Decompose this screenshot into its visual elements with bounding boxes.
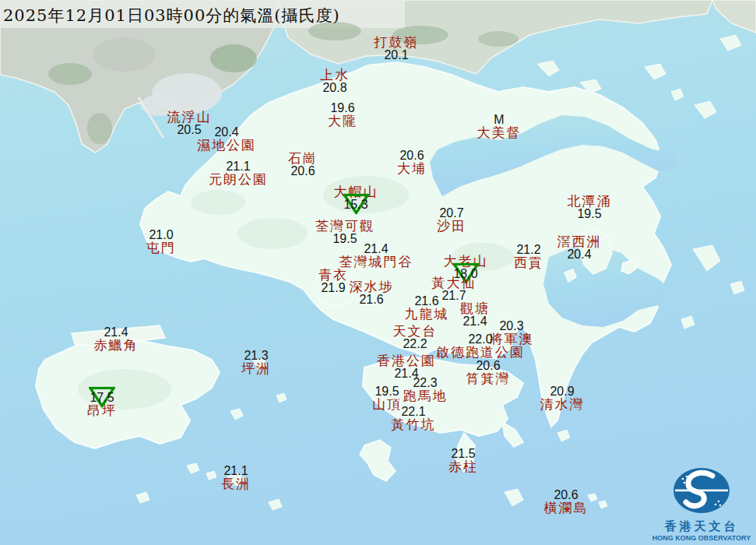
station-value: 22.3 [403,377,448,389]
station-value: 21.3 [241,350,271,362]
station-value: 21.5 [448,448,478,460]
station-name-label: 青衣 [318,269,348,282]
station-value: 20.7 [437,207,466,220]
station-value: 20.4 [197,126,256,139]
page-title: 2025年12月01日03時00分的氣溫(攝氏度) [3,5,340,26]
station-name-label: 橫瀾島 [544,501,589,515]
station: 21.0屯門 [146,229,176,255]
station-name-label: 滘西洲 [557,235,602,248]
station: 20.6筲箕灣 [466,360,511,386]
station-name-label: 九龍城 [405,308,449,321]
station: 大帽山15.3 [334,185,378,212]
station: 20.9清水灣 [540,385,585,412]
station-value: 22.0 [436,333,525,346]
station: 20.6橫瀾島 [544,489,589,515]
hko-logo-english: HONG KONG OBSERVATORY [651,534,752,542]
station: 天文台22.2 [393,325,438,351]
station-value: 21.9 [318,282,348,294]
station-name-label: 大隴 [328,114,357,128]
station: 20.4濕地公園 [197,126,256,153]
station-value: 21.4 [339,243,413,255]
station-value: 20.4 [557,248,602,261]
station: 22.0啟德跑道公園 [436,333,525,360]
station-name-label: 元朗公園 [209,173,268,186]
hko-logo: 香港天文台 HONG KONG OBSERVATORY [651,466,752,542]
station-value: 20.6 [288,165,318,178]
station-value: 22.1 [392,406,436,418]
station-value: 20.9 [540,385,585,398]
station-name-label: 觀塘 [460,302,490,315]
station: 打鼓嶺20.1 [374,36,419,62]
station-name-label: 上水 [320,69,350,82]
station-name-label: 啟德跑道公園 [436,346,525,359]
station-name-label: 赤鱲角 [94,339,139,352]
station: M大美督 [477,114,522,140]
station-value: M [477,114,522,126]
station-name-label: 跑馬地 [403,389,448,403]
hko-logo-chinese: 香港天文台 [651,519,752,534]
station-value: 20.3 [490,320,534,332]
station-name-label: 大埔 [397,162,427,175]
station-name-label: 坪洲 [241,362,271,375]
station: 21.6九龍城 [405,295,449,322]
station-value: 21.6 [405,295,449,308]
station-value: 20.6 [544,489,589,501]
station-name-label: 香港公園 [377,354,436,367]
station-name-label: 打鼓嶺 [374,36,419,49]
station: 21.2西貢 [514,244,543,270]
station-value: 20.6 [397,149,427,162]
station-value: 21.0 [146,229,176,241]
station-value: 22.2 [393,338,438,350]
station: 21.5赤柱 [448,448,478,474]
station-value: 19.5 [568,208,612,220]
station-name-label: 黃大仙 [432,276,476,290]
hong-kong-map [0,0,756,545]
station-name-label: 屯門 [146,241,176,255]
station-name-label: 流浮山 [167,111,212,124]
station: 21.4赤鱲角 [94,326,139,353]
station: 滘西洲20.4 [557,235,602,262]
station: 22.1黃竹坑 [392,406,436,432]
station-value: 19.6 [328,102,357,114]
temperature-map: 2025年12月01日03時00分的氣溫(攝氏度) 打鼓嶺20.1上水20.81… [0,0,756,545]
station: 19.6大隴 [328,102,357,128]
station-value: 21.1 [209,160,268,173]
station-name-label: 荃灣城門谷 [339,255,413,269]
station-value: 21.4 [94,326,139,339]
station: 觀塘21.4 [460,302,490,329]
station-name-label: 西貢 [514,256,543,269]
station-value: 21.4 [460,315,490,328]
station: 深水埗21.6 [350,280,394,307]
station-value: 20.8 [320,82,350,94]
station: 21.3坪洲 [241,350,271,376]
station-name-label: 長洲 [221,477,251,490]
station-name-label: 北潭涌 [568,195,612,208]
station-name-label: 荃灣可觀 [315,220,374,233]
station: 20.6大埔 [397,149,427,176]
station: 20.7沙田 [437,207,466,234]
station-value: 21.2 [514,244,543,256]
station-name-label: 筲箕灣 [466,372,511,385]
station: 青衣21.9 [318,269,348,295]
station: 21.1長洲 [221,465,251,491]
station-value: 20.6 [466,360,511,372]
station-name-label: 沙田 [437,220,466,233]
station: 21.4荃灣城門谷 [339,243,413,269]
station: 17.5昂坪 [87,392,117,418]
station-value: 20.1 [374,49,419,62]
station-value: 21.6 [350,294,394,306]
station-name-label: 赤柱 [448,460,478,473]
station-value: 21.1 [221,465,251,477]
station-name-label: 濕地公園 [197,139,256,152]
hko-logo-icon [672,466,731,515]
station: 石崗20.6 [288,152,318,178]
station: 21.1元朗公園 [209,160,268,187]
station: 22.3跑馬地 [403,377,448,403]
station: 北潭涌19.5 [568,195,612,221]
station-name-label: 深水埗 [350,280,394,294]
station-name-label: 清水灣 [540,398,585,411]
station-name-label: 黃竹坑 [392,418,436,431]
station: 上水20.8 [320,69,350,95]
station-value: 15.3 [334,199,378,211]
station-name-label: 天文台 [393,325,438,338]
